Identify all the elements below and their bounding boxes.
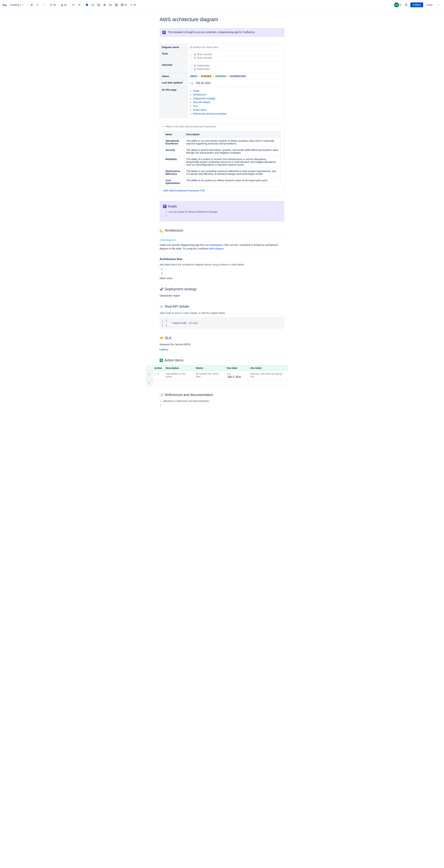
status-badge-draft[interactable]: DRAFT <box>190 75 198 78</box>
date-chip[interactable]: Feb 20, 2020 <box>195 81 211 85</box>
checkbox[interactable] <box>190 53 192 56</box>
layouts-button[interactable] <box>119 2 128 8</box>
action-checkbox[interactable] <box>155 373 157 375</box>
team-member-placeholder[interactable]: @ Team member <box>194 56 212 59</box>
architecture-heading: 📐Architecture <box>160 228 284 232</box>
user-avatar[interactable]: CK <box>394 2 399 7</box>
pillar-name: Operational Excellence <box>163 138 184 147</box>
svg-rect-17 <box>115 4 117 6</box>
goals-item[interactable]: List your goals for these architecture c… <box>169 210 281 214</box>
pillar-desc: The ability to use computing resources e… <box>184 168 281 177</box>
checkbox[interactable] <box>190 64 192 67</box>
goals-item-empty[interactable] <box>169 214 281 217</box>
expand-title: Pillars of the AWS Well-Architected Fram… <box>165 125 216 128</box>
notepad-icon: 📝 <box>160 393 163 397</box>
reference-item[interactable]: Add links to references and documentatio… <box>163 400 284 403</box>
toc-link[interactable]: Rest API details <box>193 101 210 104</box>
marketplace-link[interactable]: Marketplace <box>210 244 223 246</box>
page-content: AWS architecture diagram F This template… <box>156 10 288 421</box>
references-heading: 📝References and documentation <box>160 393 284 397</box>
link-button[interactable] <box>90 2 96 8</box>
bullet-list-button[interactable] <box>70 2 76 8</box>
more-actions-button[interactable] <box>436 2 441 8</box>
toc-link[interactable]: References and documentation <box>193 112 227 115</box>
action-description[interactable]: Add details to your action <box>166 372 186 378</box>
request-changes-button[interactable] <box>403 2 409 8</box>
pillar-desc: The ability to run and monitor systems t… <box>184 138 281 147</box>
meta-informed-label: Informed <box>160 62 187 73</box>
date-chip[interactable]: Mar 5, 2020 <box>227 375 242 379</box>
close-button[interactable]: Close <box>424 2 434 7</box>
other-notes[interactable]: Other notes: <box>160 277 284 280</box>
svg-point-22 <box>439 4 439 5</box>
table-of-contents: Goals Architecture Deployment strategy R… <box>193 89 282 115</box>
italic-button[interactable] <box>35 2 40 8</box>
info-panel: F This template is brought to you by Luc… <box>160 28 284 37</box>
publish-button[interactable]: Publish <box>410 2 423 7</box>
status-badge-approved[interactable]: APPROVED <box>214 75 227 78</box>
chevron-down-icon <box>133 3 136 6</box>
code-snippet[interactable]: 1{ 2 "samplecode: string" 3} <box>160 317 284 329</box>
toc-link[interactable]: Deployment strategy <box>193 97 215 100</box>
list-item[interactable] <box>164 268 284 271</box>
rest-api-heading: ⌨️Rest API details <box>160 305 284 309</box>
sla-rps[interactable]: Requests Per Second (RPS): <box>160 343 284 346</box>
action-jira[interactable]: Add your Jira ticket by typing / Jira. <box>250 372 282 378</box>
pdf-link[interactable]: AWS Well Architected Framework PDF <box>163 189 281 192</box>
table-row: 1 T Add details to your action @ mention… <box>146 371 288 380</box>
mention-button[interactable] <box>102 2 107 8</box>
confluence-logo-icon <box>3 3 7 7</box>
chevron-down-icon <box>22 4 24 6</box>
expand-toggle[interactable]: Pillars of the AWS Well-Architected Fram… <box>160 123 284 130</box>
page-title[interactable]: AWS architecture diagram <box>160 17 284 22</box>
table-button[interactable] <box>113 2 119 8</box>
info-panel-text: This template is brought to you by Lucid… <box>168 31 255 34</box>
checkbox[interactable] <box>190 56 192 59</box>
toc-link[interactable]: SLA <box>193 105 198 107</box>
architecture-flow-list[interactable] <box>164 268 284 275</box>
team-member-placeholder[interactable]: @ Team member <box>194 53 212 56</box>
bold-button[interactable] <box>29 2 35 8</box>
toc-link[interactable]: Architecture <box>193 93 206 96</box>
aws-diagram-link[interactable]: AWS diagram <box>209 247 224 250</box>
insert-button[interactable] <box>129 2 137 8</box>
svg-point-2 <box>44 4 44 5</box>
meta-team-label: Team <box>160 51 187 62</box>
meta-onpage-label: On this page <box>160 87 187 118</box>
architecture-text[interactable]: Install your favorite diagramming app fr… <box>160 243 284 250</box>
svg-rect-10 <box>86 4 88 6</box>
rest-api-hint[interactable]: Type /code to insert a code snippet, or … <box>160 311 284 315</box>
text-color-button[interactable] <box>60 2 68 8</box>
reference-item-empty[interactable] <box>163 403 284 407</box>
stakeholder-placeholder[interactable]: @ Stakeholder <box>194 64 210 67</box>
panel-icon: F <box>163 205 167 208</box>
deployment-region[interactable]: Deployment region: <box>160 294 284 298</box>
add-diagram-link[interactable]: <Add diagram> <box>160 239 176 241</box>
numbered-list-button[interactable]: 123 <box>76 2 82 8</box>
more-formatting-button[interactable] <box>41 2 46 8</box>
svg-point-0 <box>42 4 43 5</box>
svg-point-16 <box>111 4 111 5</box>
pillar-name: Performance Efficiency <box>163 168 184 177</box>
heading-style-select[interactable]: Heading 2 <box>9 3 25 7</box>
image-button[interactable] <box>96 2 101 8</box>
action-item-button[interactable] <box>84 2 90 8</box>
status-badge-review[interactable]: IN REVIEW <box>200 75 212 78</box>
toolbar-divider <box>58 3 59 7</box>
toc-link[interactable]: Goals <box>193 89 200 92</box>
status-badge-production[interactable]: IN PRODUCTION <box>229 75 246 78</box>
list-item[interactable] <box>164 272 284 275</box>
architecture-flow-text[interactable]: Add detail about the architecture diagra… <box>160 263 284 267</box>
table-header: Owner <box>194 365 225 371</box>
stakeholder-placeholder[interactable]: @ Stakeholder <box>194 68 210 70</box>
chevron-down-icon <box>53 3 56 6</box>
action-owner[interactable]: @ mention the owner here <box>196 372 219 378</box>
sla-latency[interactable]: Latency: <box>160 348 284 351</box>
emoji-button[interactable] <box>108 2 113 8</box>
goals-panel: F Goals List your goals for these archit… <box>160 201 284 221</box>
owner-placeholder[interactable]: @ mention the owner here <box>190 46 218 49</box>
checkbox[interactable] <box>190 68 192 70</box>
toc-link[interactable]: Action Items <box>193 108 206 111</box>
references-list[interactable]: Add links to references and documentatio… <box>163 400 284 407</box>
align-button[interactable] <box>48 2 57 8</box>
